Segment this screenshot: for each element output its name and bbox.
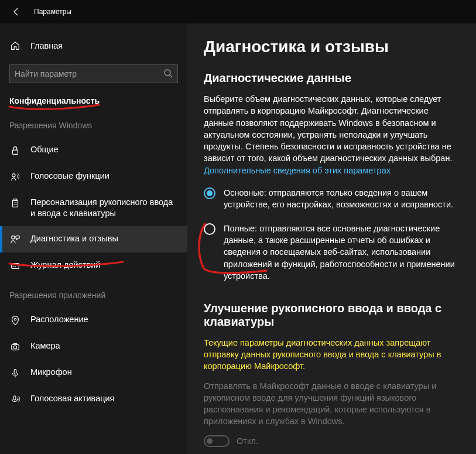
sidebar-item-label: Голосовые функции bbox=[30, 170, 109, 182]
svg-line-1 bbox=[170, 75, 172, 77]
radio-button-full[interactable] bbox=[204, 223, 215, 235]
sidebar-item-microphone[interactable]: Микрофон bbox=[0, 360, 187, 386]
lock-icon bbox=[9, 145, 21, 156]
sidebar-item-label: Микрофон bbox=[30, 367, 72, 378]
diagnostic-intro-text: Выберите объем диагностических данных, к… bbox=[204, 94, 452, 163]
back-button[interactable] bbox=[9, 5, 23, 19]
typing-warning: Текущие параметры диагностических данных… bbox=[204, 337, 460, 372]
content-pane: Диагностика и отзывы Диагностические дан… bbox=[187, 23, 476, 454]
voice-activation-icon bbox=[9, 394, 21, 405]
section-typing-improvement: Улучшение рукописного ввода и ввода с кл… bbox=[204, 302, 460, 329]
home-icon bbox=[9, 40, 21, 52]
clipboard-icon bbox=[9, 197, 21, 209]
diagnostic-intro: Выберите объем диагностических данных, к… bbox=[204, 93, 460, 176]
sidebar-item-speech[interactable]: Голосовые функции bbox=[0, 163, 187, 190]
sidebar-item-label: Расположение bbox=[30, 314, 88, 325]
svg-rect-2 bbox=[13, 150, 18, 154]
radio-basic[interactable]: Основные: отправляются только сведения о… bbox=[204, 187, 460, 211]
svg-rect-17 bbox=[13, 343, 16, 344]
sidebar-heading-privacy: Конфиденциальность bbox=[0, 96, 187, 105]
typing-toggle-label: Откл. bbox=[237, 436, 258, 446]
activity-icon bbox=[9, 260, 21, 272]
speech-icon bbox=[9, 171, 21, 183]
feedback-icon bbox=[9, 234, 21, 245]
svg-point-14 bbox=[14, 318, 16, 320]
svg-rect-4 bbox=[13, 200, 18, 207]
titlebar: Параметры bbox=[0, 0, 476, 23]
search-icon bbox=[163, 69, 173, 80]
page-title: Диагностика и отзывы bbox=[204, 37, 460, 56]
svg-rect-20 bbox=[13, 395, 16, 400]
sidebar-item-home[interactable]: Главная bbox=[0, 35, 187, 56]
sidebar-item-label: Персонализация рукописного ввода и ввода… bbox=[30, 197, 178, 219]
sidebar-group-app-permissions: Разрешения приложений bbox=[0, 279, 187, 307]
radio-basic-label: Основные: отправляются только сведения о… bbox=[224, 187, 460, 211]
radio-full[interactable]: Полные: отправляются все основные диагно… bbox=[204, 223, 460, 282]
sidebar-group-windows-permissions: Разрешения Windows bbox=[0, 109, 187, 137]
sidebar-item-camera[interactable]: Камера bbox=[0, 333, 187, 360]
sidebar-item-location[interactable]: Расположение bbox=[0, 307, 187, 333]
sidebar-item-label: Диагностика и отзывы bbox=[30, 233, 118, 244]
sidebar-home-label: Главная bbox=[30, 41, 63, 50]
svg-point-12 bbox=[13, 266, 14, 267]
section-diagnostic-data: Диагностические данные bbox=[204, 71, 460, 85]
radio-full-label: Полные: отправляются все основные диагно… bbox=[224, 223, 460, 282]
typing-toggle-row: Откл. bbox=[204, 435, 460, 447]
learn-more-link[interactable]: Дополнительные сведения об этих параметр… bbox=[204, 166, 391, 175]
sidebar-item-label: Голосовая активация bbox=[30, 393, 114, 404]
sidebar: Главная Конфиденциальность Разрешения Wi… bbox=[0, 23, 187, 454]
typing-description: Отправлять в Майкрософт данные о вводе с… bbox=[204, 380, 460, 427]
arrow-left-icon bbox=[12, 7, 21, 16]
radio-button-basic[interactable] bbox=[204, 187, 215, 199]
search-box[interactable] bbox=[9, 64, 178, 83]
sidebar-item-inking[interactable]: Персонализация рукописного ввода и ввода… bbox=[0, 190, 187, 226]
svg-rect-9 bbox=[16, 235, 19, 238]
search-input[interactable] bbox=[15, 69, 163, 78]
window-title: Параметры bbox=[34, 8, 71, 16]
sidebar-item-voice-activation[interactable]: Голосовая активация bbox=[0, 386, 187, 412]
svg-point-16 bbox=[13, 346, 16, 349]
typing-toggle[interactable] bbox=[204, 435, 230, 447]
svg-point-0 bbox=[165, 70, 170, 76]
location-icon bbox=[9, 315, 21, 326]
sidebar-item-label: Общие bbox=[30, 144, 59, 155]
svg-point-13 bbox=[15, 266, 16, 267]
sidebar-item-label: Журнал действий bbox=[30, 260, 100, 271]
camera-icon bbox=[9, 341, 21, 353]
svg-point-8 bbox=[12, 235, 15, 238]
sidebar-item-diagnostics[interactable]: Диагностика и отзывы bbox=[0, 226, 187, 252]
sidebar-item-general[interactable]: Общие bbox=[0, 137, 187, 163]
svg-point-3 bbox=[12, 174, 15, 177]
sidebar-item-activity[interactable]: Журнал действий bbox=[0, 252, 187, 279]
svg-rect-18 bbox=[14, 369, 16, 374]
sidebar-item-label: Камера bbox=[30, 340, 60, 351]
microphone-icon bbox=[9, 367, 21, 379]
